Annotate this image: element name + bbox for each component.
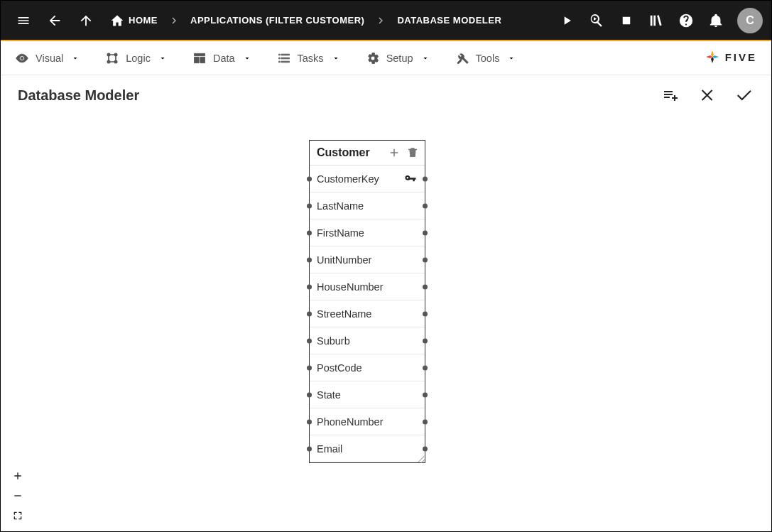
field-row[interactable]: Suburb	[310, 327, 425, 354]
field-row[interactable]: CustomerKey	[310, 165, 425, 192]
menu-data[interactable]: Data	[191, 47, 253, 70]
port-left[interactable]	[307, 284, 312, 289]
port-right[interactable]	[423, 338, 428, 343]
field-row[interactable]: PostCode	[310, 354, 425, 381]
field-name: PostCode	[317, 362, 362, 374]
brand-logo: FIVE	[704, 48, 757, 65]
modeler-canvas[interactable]: Customer CustomerKey LastName FirstName	[1, 115, 771, 531]
svg-marker-8	[706, 55, 712, 58]
plus-icon	[388, 146, 401, 159]
port-left[interactable]	[307, 338, 312, 343]
breadcrumb-applications[interactable]: APPLICATIONS (FILTER CUSTOMER)	[183, 6, 371, 35]
svg-point-2	[115, 53, 117, 55]
help-button[interactable]	[672, 6, 700, 35]
field-row[interactable]: HouseNumber	[310, 273, 425, 300]
logo-mark-icon	[704, 48, 721, 65]
check-icon	[735, 86, 754, 104]
field-row[interactable]: StreetName	[310, 300, 425, 327]
port-left[interactable]	[307, 419, 312, 424]
gear-icon	[366, 51, 380, 65]
field-row[interactable]: LastName	[310, 192, 425, 219]
avatar[interactable]: C	[737, 8, 763, 33]
resize-handle[interactable]	[415, 452, 425, 462]
up-button[interactable]	[72, 6, 100, 35]
port-left[interactable]	[307, 365, 312, 370]
notifications-button[interactable]	[702, 6, 730, 35]
menu-label: Tools	[476, 53, 500, 64]
port-left[interactable]	[307, 311, 312, 316]
delete-table-button[interactable]	[406, 146, 419, 159]
play-icon	[560, 13, 574, 28]
port-left[interactable]	[307, 392, 312, 397]
add-button[interactable]	[660, 85, 680, 105]
field-name: Suburb	[317, 335, 350, 347]
breadcrumb-separator	[374, 14, 387, 27]
logic-icon	[105, 51, 119, 65]
menu-setup[interactable]: Setup	[364, 47, 431, 70]
field-name: State	[317, 389, 341, 401]
port-right[interactable]	[423, 257, 428, 262]
port-left[interactable]	[307, 230, 312, 235]
breadcrumb-database-modeler[interactable]: DATABASE MODELER	[390, 6, 509, 35]
menu-tools[interactable]: Tools	[454, 47, 518, 70]
breadcrumb-label: APPLICATIONS (FILTER CUSTOMER)	[190, 15, 364, 26]
field-row[interactable]: UnitNumber	[310, 246, 425, 273]
primary-key-indicator	[403, 172, 418, 186]
caret-down-icon	[71, 54, 80, 63]
menu-button[interactable]	[9, 6, 38, 35]
menu-tasks[interactable]: Tasks	[276, 47, 342, 70]
table-customer[interactable]: Customer CustomerKey LastName FirstName	[309, 140, 425, 463]
inspect-button[interactable]	[582, 6, 611, 35]
port-left[interactable]	[307, 203, 312, 208]
port-left[interactable]	[307, 257, 312, 262]
breadcrumb-home[interactable]: HOME	[103, 6, 165, 35]
zoom-in-button[interactable]	[6, 466, 29, 486]
field-row[interactable]: PhoneNumber	[310, 408, 425, 435]
menu-label: Visual	[36, 53, 63, 64]
home-icon	[110, 13, 124, 28]
table-name: Customer	[317, 146, 382, 159]
magnify-play-icon	[588, 12, 605, 29]
table-header: Customer	[310, 141, 425, 165]
cancel-button[interactable]	[697, 85, 717, 105]
chevron-right-icon	[374, 14, 387, 27]
field-name: FirstName	[317, 227, 364, 239]
menu-visual[interactable]: Visual	[13, 47, 81, 70]
port-right[interactable]	[423, 365, 428, 370]
field-name: CustomerKey	[317, 173, 379, 185]
port-right[interactable]	[423, 419, 428, 424]
top-bar: HOME APPLICATIONS (FILTER CUSTOMER) DATA…	[1, 1, 771, 40]
port-right[interactable]	[423, 311, 428, 316]
port-right[interactable]	[423, 176, 428, 181]
port-right[interactable]	[423, 284, 428, 289]
logo-text: FIVE	[725, 51, 757, 63]
field-row[interactable]: FirstName	[310, 219, 425, 246]
help-icon	[678, 13, 694, 28]
confirm-button[interactable]	[734, 85, 754, 105]
field-row[interactable]: Email	[310, 435, 425, 462]
menu-logic[interactable]: Logic	[104, 47, 168, 70]
breadcrumb-label: DATABASE MODELER	[397, 15, 501, 26]
minus-icon	[12, 490, 23, 501]
port-right[interactable]	[423, 203, 428, 208]
port-right[interactable]	[423, 392, 428, 397]
stop-button[interactable]	[612, 6, 641, 35]
fit-screen-button[interactable]	[6, 506, 29, 526]
library-button[interactable]	[642, 6, 670, 35]
zoom-out-button[interactable]	[6, 486, 29, 506]
add-field-button[interactable]	[388, 146, 401, 159]
key-icon	[403, 172, 418, 186]
port-right[interactable]	[423, 230, 428, 235]
svg-point-4	[115, 60, 117, 63]
svg-rect-9	[14, 495, 21, 496]
bell-icon	[708, 13, 724, 28]
topbar-left: HOME APPLICATIONS (FILTER CUSTOMER) DATA…	[9, 6, 509, 35]
port-left[interactable]	[307, 446, 312, 451]
port-left[interactable]	[307, 176, 312, 181]
field-row[interactable]: State	[310, 381, 425, 408]
topbar-right: C	[553, 6, 763, 35]
run-button[interactable]	[553, 6, 581, 35]
svg-point-3	[108, 60, 110, 63]
back-button[interactable]	[40, 6, 69, 35]
port-right[interactable]	[423, 446, 428, 451]
